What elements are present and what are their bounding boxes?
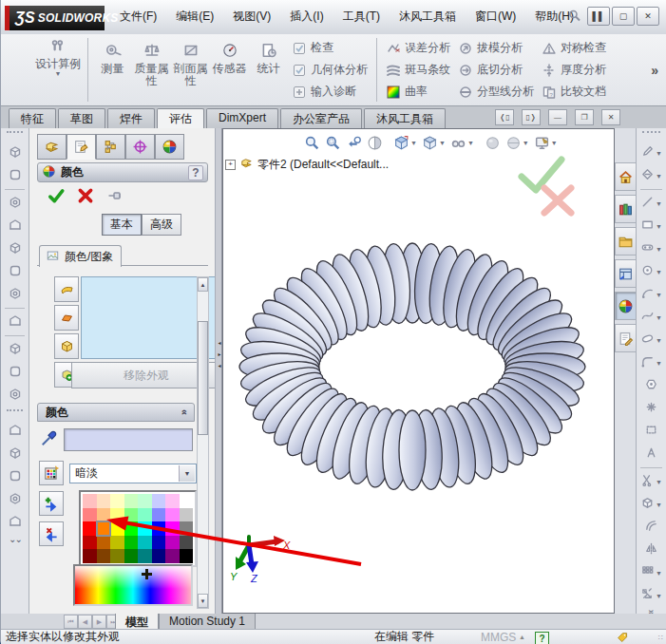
- units-dropdown-icon[interactable]: ▲: [519, 634, 525, 640]
- palette-swatch[interactable]: [138, 508, 152, 522]
- palette-swatch[interactable]: [110, 536, 124, 550]
- feature-tool-sweep[interactable]: [1, 361, 29, 384]
- ribbon-tab-4[interactable]: 评估: [157, 108, 204, 129]
- confirmation-corner[interactable]: [508, 150, 590, 218]
- feature-tool-3d-sketch[interactable]: [1, 420, 29, 443]
- palette-swatch[interactable]: [124, 508, 139, 522]
- design-study-dropdown-icon[interactable]: ▼: [55, 70, 62, 77]
- menu-item-6[interactable]: 沐风工具箱: [390, 6, 465, 28]
- scroll-thumb[interactable]: [198, 321, 208, 435]
- help-button[interactable]: ?: [188, 165, 203, 180]
- task-pane-tab-view-palette[interactable]: [615, 259, 637, 288]
- palette-swatch-selected[interactable]: [97, 521, 111, 536]
- tag-icon[interactable]: [617, 632, 629, 644]
- search-icon[interactable]: [567, 9, 582, 27]
- menu-item-4[interactable]: 插入(I): [281, 6, 332, 28]
- doc-close-button[interactable]: ✕: [601, 109, 620, 125]
- palette-swatch[interactable]: [180, 536, 194, 550]
- sketch-tool-convert-entities[interactable]: ▼: [637, 493, 666, 516]
- palette-swatch[interactable]: [138, 536, 152, 550]
- toolbar-button-measure[interactable]: 测量: [93, 34, 132, 105]
- hud-zoom-fit-button[interactable]: [303, 134, 321, 152]
- palette-swatch[interactable]: [152, 536, 166, 550]
- palette-swatch[interactable]: [165, 521, 180, 536]
- filter-face-button[interactable]: [54, 276, 79, 302]
- feature-tool-instant3d[interactable]: [1, 384, 29, 407]
- filter-surface-button[interactable]: [54, 305, 79, 331]
- toolbar-button-compare-documents[interactable]: ?比较文档: [540, 83, 608, 101]
- palette-swatch[interactable]: [83, 536, 97, 550]
- next-tab-button[interactable]: ▶: [92, 615, 106, 629]
- pane-toggle-left-icon[interactable]: ❬▯: [495, 109, 514, 125]
- feature-tool-boss-extrude[interactable]: [1, 142, 29, 164]
- palette-swatch[interactable]: [165, 549, 180, 563]
- toolbar-button-geometry-analysis[interactable]: 几何体分析: [290, 61, 370, 79]
- hud-previous-view-button[interactable]: [345, 134, 363, 152]
- palette-swatch[interactable]: [180, 521, 194, 536]
- hud-hide-show-items-button[interactable]: ▼: [449, 134, 475, 152]
- sketch-tool-circle[interactable]: ▼: [637, 260, 666, 283]
- hud-display-style-button[interactable]: ▼: [421, 134, 447, 152]
- feature-tool-curve-tool[interactable]: [1, 488, 29, 511]
- sketch-tool-spline[interactable]: ▼: [637, 306, 666, 329]
- manager-tab-configurationmanager[interactable]: [96, 134, 125, 160]
- dropdown-arrow-icon[interactable]: ▼: [410, 140, 417, 146]
- design-study-button[interactable]: 设计算例▼: [33, 34, 83, 105]
- prev-tab-button[interactable]: ◀: [78, 615, 92, 629]
- doc-restore-button[interactable]: ❐: [575, 109, 594, 125]
- sketch-tool-offset-entities[interactable]: [637, 516, 666, 539]
- dropdown-arrow-icon[interactable]: ▼: [439, 140, 446, 146]
- tab-advanced[interactable]: 高级: [142, 214, 181, 236]
- sketch-tool-point[interactable]: [637, 397, 666, 420]
- hud-section-view-button[interactable]: [366, 134, 384, 152]
- dropdown-arrow-icon[interactable]: ▼: [656, 150, 662, 157]
- ribbon-tab-7[interactable]: 沐风工具箱: [364, 108, 446, 129]
- palette-swatch[interactable]: [97, 536, 111, 550]
- toolbar-button-mass-properties[interactable]: 质量属性: [132, 34, 171, 105]
- resize-grip[interactable]: ∷: [658, 634, 664, 642]
- palette-swatch[interactable]: [110, 494, 124, 508]
- toolbar-button-thickness-analysis[interactable]: 厚度分析: [540, 61, 608, 79]
- quick-tips-icon[interactable]: ?: [535, 632, 549, 644]
- sketch-tool-construction-box[interactable]: [637, 420, 666, 443]
- add-color-button[interactable]: [39, 491, 64, 516]
- more-tools-chevron[interactable]: ⌄⌄: [1, 534, 29, 544]
- manager-tab-featuremanager[interactable]: [37, 134, 67, 160]
- toolbar-button-draft-analysis[interactable]: 拔模分析: [456, 39, 536, 57]
- palette-swatch[interactable]: [83, 549, 97, 563]
- dropdown-arrow-icon[interactable]: ▼: [656, 269, 662, 275]
- palette-swatch[interactable]: [83, 521, 97, 536]
- menu-item-1[interactable]: 文件(F): [111, 6, 165, 28]
- palette-swatch[interactable]: [152, 494, 166, 508]
- toolbar-button-parting-line-analysis[interactable]: 分型线分析: [456, 83, 536, 101]
- sketch-tool-mirror-entities[interactable]: [637, 539, 666, 561]
- toolbar-grip[interactable]: [7, 131, 23, 139]
- cancel-button[interactable]: [77, 187, 94, 207]
- palette-swatch[interactable]: [165, 494, 180, 508]
- feature-tool-hole-wizard[interactable]: [1, 283, 29, 306]
- sketch-tool-polygon[interactable]: [637, 374, 666, 397]
- palette-swatch[interactable]: [180, 549, 194, 563]
- menu-item-5[interactable]: 工具(T): [334, 6, 389, 28]
- sketch-tool-ellipse[interactable]: ▼: [637, 329, 666, 351]
- palette-swatch[interactable]: [152, 508, 166, 522]
- ribbon-tab-6[interactable]: 办公室产品: [280, 108, 362, 129]
- toolbar-button-deviation-analysis[interactable]: 误差分析: [384, 39, 452, 57]
- collapse-chevron-icon[interactable]: »: [178, 409, 189, 415]
- palette-swatch[interactable]: [83, 508, 97, 522]
- toolbar-button-zebra-stripes[interactable]: 斑马条纹: [384, 61, 452, 79]
- feature-tree-root[interactable]: + 零件2 (Default<<Default...: [225, 156, 389, 173]
- spectrum-crosshair[interactable]: [142, 569, 152, 579]
- toolbar-button-check-entity[interactable]: 检查: [290, 39, 370, 57]
- manager-tab-dimxpertmanager[interactable]: [125, 134, 155, 160]
- toolbar-button-sensor[interactable]: 传感器: [210, 34, 249, 105]
- palette-swatch[interactable]: [110, 508, 124, 522]
- pin-button[interactable]: [105, 188, 124, 206]
- feature-tool-wrap[interactable]: [1, 338, 29, 361]
- menu-item-3[interactable]: 视图(V): [224, 6, 279, 28]
- manager-tab-displaymanager[interactable]: [155, 134, 184, 160]
- minimize-button[interactable]: ▌▌: [587, 7, 610, 26]
- toolbar-button-statistics[interactable]: 统计: [249, 34, 288, 105]
- ribbon-tab-5[interactable]: DimXpert: [206, 108, 278, 129]
- dropdown-arrow-icon[interactable]: ▼: [656, 570, 662, 577]
